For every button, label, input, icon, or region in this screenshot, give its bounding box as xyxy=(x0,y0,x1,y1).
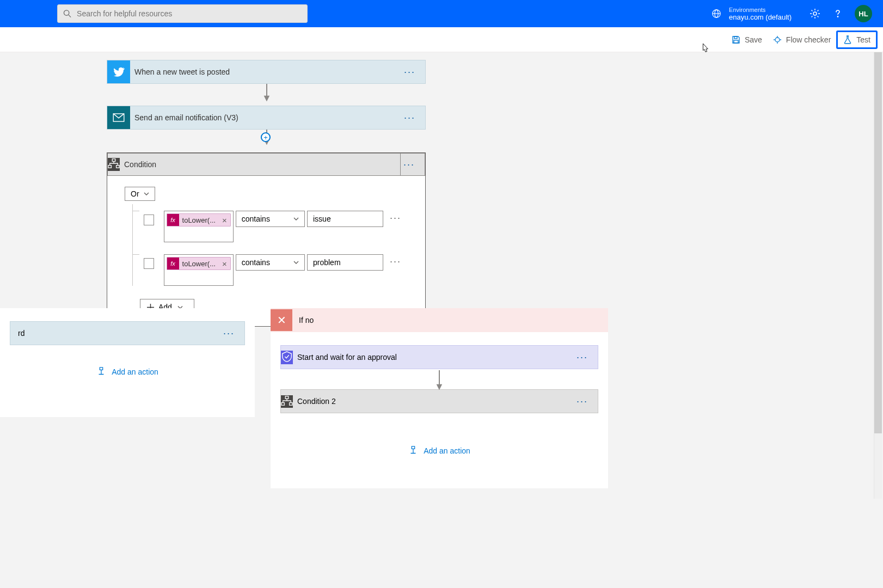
row-checkbox[interactable] xyxy=(144,258,154,269)
yes-action-card[interactable]: rd ··· xyxy=(10,321,245,345)
action-icon xyxy=(96,367,106,377)
action-bar: Save Flow checker Test xyxy=(0,27,883,52)
test-icon xyxy=(843,35,852,44)
connector-arrow: ▼ xyxy=(280,370,598,388)
if-no-branch: ✕ If no Start and wait for an approval ·… xyxy=(271,308,608,488)
remove-expression[interactable]: × xyxy=(219,216,230,225)
trigger-menu[interactable]: ··· xyxy=(394,66,425,78)
action-icon xyxy=(408,446,418,456)
svg-rect-7 xyxy=(734,36,737,39)
flow-checker-button[interactable]: Flow checker xyxy=(768,32,836,47)
add-step-button[interactable]: + xyxy=(261,132,271,142)
expression-pill[interactable]: fx toLower(... × xyxy=(167,213,231,226)
card-menu[interactable]: ··· xyxy=(567,352,598,363)
email-card[interactable]: Send an email notification (V3) ··· xyxy=(107,106,426,130)
svg-rect-16 xyxy=(281,403,285,406)
condition-card[interactable]: Condition ··· Or fx toLower(... xyxy=(107,152,426,327)
mail-icon xyxy=(107,106,130,129)
logical-operator-select[interactable]: Or xyxy=(125,187,155,201)
condition-menu[interactable]: ··· xyxy=(394,159,425,170)
svg-rect-17 xyxy=(290,403,293,406)
add-action-button[interactable]: Add an action xyxy=(10,367,245,377)
environment-label: Environments xyxy=(729,7,792,13)
chevron-down-icon xyxy=(293,260,299,265)
trigger-title: When a new tweet is posted xyxy=(130,68,394,76)
remove-expression[interactable]: × xyxy=(219,259,230,268)
svg-point-9 xyxy=(775,38,780,42)
card-menu[interactable]: ··· xyxy=(213,328,244,339)
checker-icon xyxy=(773,35,782,44)
condition-row: fx toLower(... × contains ··· xyxy=(133,254,408,286)
condition-icon xyxy=(281,395,293,408)
global-search[interactable] xyxy=(57,4,308,23)
expression-box[interactable]: fx toLower(... × xyxy=(164,254,234,286)
svg-rect-11 xyxy=(112,159,115,162)
if-yes-branch: rd ··· Add an action xyxy=(0,308,255,417)
test-button[interactable]: Test xyxy=(836,30,878,49)
condition-icon xyxy=(108,158,120,171)
chevron-down-icon xyxy=(144,191,149,197)
x-icon: ✕ xyxy=(271,309,292,331)
value-input[interactable] xyxy=(307,254,383,271)
save-icon xyxy=(732,35,740,44)
environment-name: enayu.com (default) xyxy=(729,13,792,21)
search-icon xyxy=(63,9,71,18)
svg-line-1 xyxy=(69,15,71,17)
twitter-icon xyxy=(107,60,130,83)
svg-rect-13 xyxy=(116,166,120,168)
environment-picker[interactable]: Environments enayu.com (default) xyxy=(712,7,792,21)
approval-icon xyxy=(281,351,293,364)
chevron-down-icon xyxy=(293,216,299,222)
add-action-button[interactable]: Add an action xyxy=(280,446,598,456)
email-title: Send an email notification (V3) xyxy=(130,113,394,122)
help-icon[interactable] xyxy=(832,8,843,19)
operator-select[interactable]: contains xyxy=(236,211,305,227)
value-input[interactable] xyxy=(307,211,383,227)
save-button[interactable]: Save xyxy=(726,32,768,47)
environment-icon xyxy=(712,9,721,19)
svg-point-5 xyxy=(813,12,817,15)
row-checkbox[interactable] xyxy=(144,215,154,225)
approval-card[interactable]: Start and wait for an approval ··· xyxy=(280,345,598,369)
flow-canvas[interactable]: When a new tweet is posted ··· ▼ Send an… xyxy=(0,52,883,588)
search-input[interactable] xyxy=(77,9,302,18)
card-menu[interactable]: ··· xyxy=(567,396,598,407)
trigger-card[interactable]: When a new tweet is posted ··· xyxy=(107,60,426,84)
condition2-card[interactable]: Condition 2 ··· xyxy=(280,389,598,413)
connector-arrow: ▼ xyxy=(265,84,269,100)
svg-rect-12 xyxy=(108,166,112,168)
svg-rect-8 xyxy=(734,40,738,43)
email-menu[interactable]: ··· xyxy=(394,112,425,124)
svg-rect-18 xyxy=(412,446,414,449)
top-bar: Environments enayu.com (default) HL xyxy=(0,0,883,27)
row-menu[interactable]: ··· xyxy=(383,254,408,269)
svg-point-0 xyxy=(64,10,69,15)
operator-select[interactable]: contains xyxy=(236,254,305,271)
svg-point-6 xyxy=(837,16,838,17)
vertical-scrollbar[interactable] xyxy=(874,52,882,499)
svg-rect-14 xyxy=(100,367,102,370)
svg-rect-15 xyxy=(285,396,289,399)
settings-icon[interactable] xyxy=(810,8,820,19)
expression-box[interactable]: fx toLower(... × xyxy=(164,211,234,242)
fx-icon: fx xyxy=(167,258,179,270)
condition-title: Condition xyxy=(120,160,394,169)
fx-icon: fx xyxy=(167,214,179,226)
if-no-label: If no xyxy=(299,316,314,324)
user-avatar[interactable]: HL xyxy=(855,5,872,22)
row-menu[interactable]: ··· xyxy=(383,211,408,225)
condition-row: fx toLower(... × contains ··· xyxy=(133,211,408,242)
scrollbar-thumb[interactable] xyxy=(874,52,882,433)
expression-pill[interactable]: fx toLower(... × xyxy=(167,257,231,270)
